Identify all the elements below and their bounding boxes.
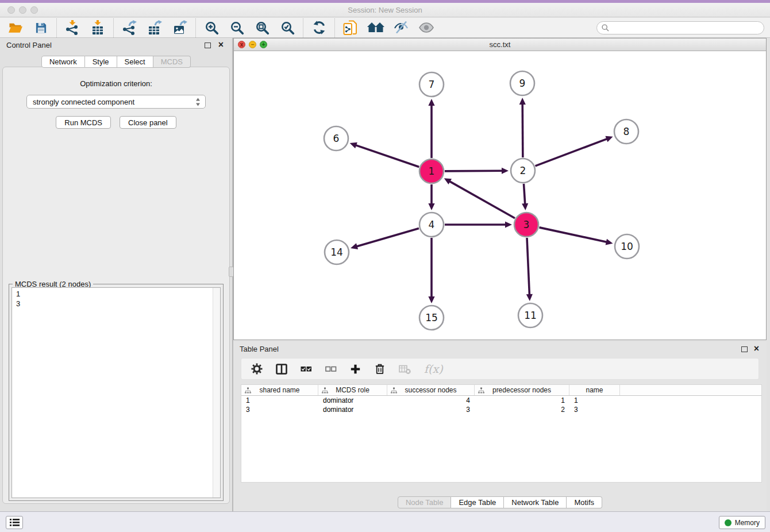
graph-node-2[interactable]: 2 <box>511 159 535 183</box>
graph-node-8[interactable]: 8 <box>614 119 638 144</box>
tab-mcds[interactable]: MCDS <box>153 56 191 68</box>
refresh-view-button[interactable] <box>310 18 328 37</box>
table-cell[interactable]: 1 <box>475 396 569 404</box>
graph-edge-4-3[interactable] <box>445 221 512 228</box>
mcds-result-scrollbar[interactable] <box>213 288 220 498</box>
tab-network[interactable]: Network <box>41 56 85 68</box>
svg-text:7: 7 <box>429 79 435 90</box>
table-cell[interactable]: dominator <box>318 406 387 414</box>
zoom-in-button[interactable] <box>202 18 221 37</box>
graph-edge-3-11[interactable] <box>526 238 533 301</box>
search-box[interactable] <box>596 21 764 34</box>
graph-edge-3-10[interactable] <box>539 228 613 245</box>
tab-select[interactable]: Select <box>117 56 153 68</box>
table-row[interactable]: 1dominator411 <box>241 396 761 405</box>
network-minimize-icon[interactable]: – <box>249 41 256 48</box>
import-table-button[interactable] <box>88 18 107 37</box>
graph-node-14[interactable]: 14 <box>325 240 349 264</box>
delete-columns-button[interactable] <box>374 360 386 377</box>
select-all-columns-button[interactable] <box>301 360 312 377</box>
export-network-button[interactable] <box>120 18 138 37</box>
duplicate-network-button[interactable] <box>341 18 360 37</box>
import-network-button[interactable] <box>63 18 82 37</box>
graph-edge-2-9[interactable] <box>519 98 526 157</box>
export-table-button[interactable] <box>145 18 164 37</box>
tab-node-table[interactable]: Node Table <box>398 496 452 508</box>
search-input[interactable] <box>612 24 759 32</box>
window-zoom-inactive-icon[interactable] <box>30 6 38 14</box>
control-panel: Control Panel × Network Style Select MCD… <box>0 38 232 511</box>
table-cell[interactable]: dominator <box>318 396 387 404</box>
criterion-dropdown[interactable]: strongly connected component <box>26 95 206 109</box>
table-cell[interactable]: 3 <box>569 406 620 414</box>
table-cell[interactable]: 3 <box>241 406 318 414</box>
network-canvas[interactable]: 7968124314101511 <box>234 52 766 340</box>
close-panel-icon[interactable]: × <box>218 40 224 49</box>
graph-node-15[interactable]: 15 <box>419 306 444 330</box>
tab-motifs[interactable]: Motifs <box>567 496 602 508</box>
show-graphics-details-button[interactable] <box>417 18 436 37</box>
tab-style[interactable]: Style <box>85 56 117 68</box>
zoom-selected-button[interactable] <box>278 18 297 37</box>
export-image-button[interactable] <box>171 18 189 37</box>
delete-table-button[interactable] <box>399 360 411 377</box>
table-cell[interactable]: 1 <box>569 396 620 404</box>
graph-edge-4-14[interactable] <box>351 228 419 249</box>
function-builder-button[interactable]: f(x) <box>424 360 443 377</box>
network-zoom-icon[interactable]: + <box>260 41 267 48</box>
float-panel-icon[interactable] <box>205 43 211 48</box>
graph-edge-1-6[interactable] <box>350 142 419 167</box>
graph-edge-2-8[interactable] <box>536 136 613 166</box>
graph-node-3[interactable]: 3 <box>514 213 538 237</box>
column-header-name[interactable]: name <box>569 385 620 395</box>
network-window-titlebar[interactable]: x – + scc.txt <box>234 38 766 51</box>
window-minimize-inactive-icon[interactable] <box>19 6 26 14</box>
table-cell[interactable]: 1 <box>241 396 318 404</box>
graph-edge-3-1[interactable] <box>444 178 515 218</box>
tab-edge-table[interactable]: Edge Table <box>451 496 504 508</box>
open-session-button[interactable] <box>6 18 25 37</box>
tab-network-table[interactable]: Network Table <box>504 496 567 508</box>
task-history-button[interactable] <box>6 516 23 529</box>
show-all-networks-button[interactable] <box>367 18 385 37</box>
graph-node-6[interactable]: 6 <box>324 126 348 151</box>
graph-node-10[interactable]: 10 <box>615 234 639 259</box>
table-options-gear-button[interactable] <box>251 360 263 377</box>
table-cell[interactable]: 2 <box>475 406 569 414</box>
table-row[interactable]: 3dominator323 <box>241 405 761 414</box>
column-label: name <box>586 386 603 394</box>
graph-node-4[interactable]: 4 <box>419 213 444 237</box>
graph-node-11[interactable]: 11 <box>518 303 542 327</box>
hide-graphics-details-button[interactable] <box>392 18 410 37</box>
show-columns-button[interactable] <box>276 360 287 377</box>
column-header-shared-name[interactable]: shared name <box>241 385 318 395</box>
graph-edge-1-2[interactable] <box>445 168 509 174</box>
window-close-inactive-icon[interactable] <box>7 6 15 14</box>
close-panel-button[interactable]: Close panel <box>120 116 176 129</box>
table-cell[interactable]: 4 <box>387 396 475 404</box>
memory-button[interactable]: Memory <box>719 516 765 529</box>
graph-edge-4-15[interactable] <box>428 238 434 303</box>
float-table-panel-icon[interactable] <box>741 346 748 352</box>
column-header-successor-nodes[interactable]: successor nodes <box>387 385 475 395</box>
close-table-panel-icon[interactable]: × <box>754 344 759 353</box>
graph-node-1[interactable]: 1 <box>419 159 444 183</box>
graph-node-9[interactable]: 9 <box>510 71 534 95</box>
import-network-icon <box>65 20 80 35</box>
unselect-all-columns-button[interactable] <box>325 360 337 377</box>
graph-edge-1-4[interactable] <box>428 184 434 210</box>
zoom-out-button[interactable] <box>228 18 246 37</box>
create-new-column-button[interactable] <box>350 360 361 377</box>
column-header-mcds-role[interactable]: MCDS role <box>318 385 387 395</box>
export-image-icon <box>172 20 187 35</box>
network-close-icon[interactable]: x <box>238 41 245 48</box>
table-cell[interactable]: 3 <box>387 406 475 414</box>
mcds-result-textarea[interactable]: 1 3 <box>11 287 221 498</box>
zoom-fit-button[interactable] <box>253 18 271 37</box>
run-mcds-button[interactable]: Run MCDS <box>56 116 111 129</box>
graph-edge-2-3[interactable] <box>522 184 528 210</box>
graph-edge-1-7[interactable] <box>428 99 434 158</box>
graph-node-7[interactable]: 7 <box>419 72 444 97</box>
column-header-predecessor-nodes[interactable]: predecessor nodes <box>475 385 569 395</box>
save-session-button[interactable] <box>32 18 50 37</box>
